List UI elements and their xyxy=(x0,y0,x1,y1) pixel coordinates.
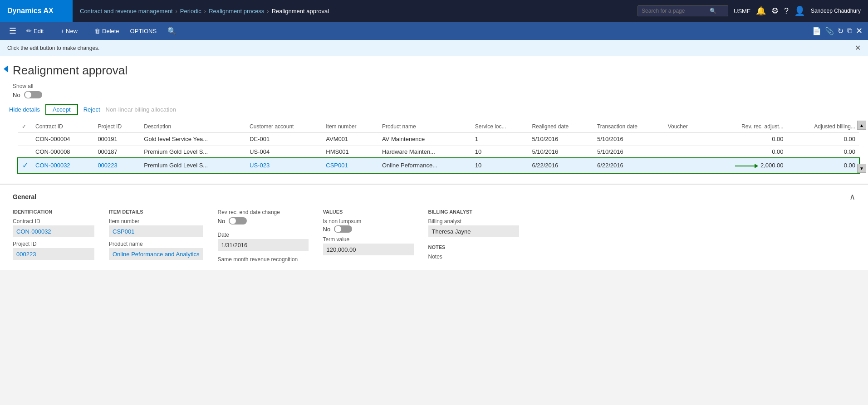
scroll-down-button[interactable]: ▼ xyxy=(857,164,866,173)
search-input[interactable] xyxy=(642,8,710,14)
show-all-value: No xyxy=(13,92,20,98)
row-project-id[interactable]: 000191 xyxy=(94,133,140,146)
row-customer-account[interactable]: DE-001 xyxy=(246,133,322,146)
notes-label: Notes xyxy=(428,254,519,260)
search-box[interactable]: 🔍 xyxy=(638,5,728,16)
col-header-rev-rec-adjust[interactable]: Rev. rec. adjust... xyxy=(705,121,787,133)
edit-button[interactable]: ✏ Edit xyxy=(22,24,48,38)
col-header-service-loc[interactable]: Service loc... xyxy=(471,121,529,133)
row-customer-account[interactable]: US-004 xyxy=(246,146,322,158)
hamburger-button[interactable]: ☰ xyxy=(5,24,20,38)
table-row[interactable]: ✓CON-000032000223Premium Gold Level S...… xyxy=(18,158,859,173)
product-name-field: Product name Online Peformance and Analy… xyxy=(109,241,203,260)
row-checkbox[interactable] xyxy=(18,146,32,158)
rev-rec-group: Rev rec. end date change No Date 1/31/20… xyxy=(218,209,309,263)
col-header-adjusted-billing[interactable]: Adjusted billing... xyxy=(787,121,859,133)
col-header-realigned-date[interactable]: Realigned date xyxy=(528,121,593,133)
row-transaction-date: 6/22/2016 xyxy=(593,158,664,173)
breadcrumb-item-1[interactable]: Contract and revenue management xyxy=(80,8,173,15)
col-header-item-number[interactable]: Item number xyxy=(322,121,378,133)
delete-icon: 🗑 xyxy=(94,28,100,34)
row-description: Premium Gold Level S... xyxy=(140,158,246,173)
col-header-description[interactable]: Description xyxy=(140,121,246,133)
rev-rec-end-date-toggle[interactable] xyxy=(229,217,247,224)
product-name-value[interactable]: Online Peformance and Analytics xyxy=(109,248,203,260)
notification-icon[interactable]: 🔔 xyxy=(756,6,766,16)
values-section-label: VALUES xyxy=(323,209,414,215)
row-item-number[interactable]: AVM001 xyxy=(322,133,378,146)
filter-panel-toggle[interactable] xyxy=(4,65,8,73)
row-item-number[interactable]: CSP001 xyxy=(322,158,378,173)
search-toolbar-button[interactable]: 🔍 xyxy=(163,24,181,38)
toolbar: ☰ ✏ Edit + New 🗑 Delete OPTIONS 🔍 📄 📎 ↻ … xyxy=(0,22,868,40)
non-linear-button[interactable]: Non-linear billing allocation xyxy=(106,106,176,113)
general-section-title: General xyxy=(13,193,36,200)
table-row[interactable]: CON-000004000191Gold level Service Yea..… xyxy=(18,133,859,146)
arrow-indicator xyxy=(735,166,758,166)
show-all-toggle[interactable] xyxy=(24,91,42,98)
item-number-value[interactable]: CSP001 xyxy=(109,225,203,237)
is-non-lumpsum-value: No xyxy=(323,226,331,233)
is-non-lumpsum-toggle[interactable] xyxy=(334,225,352,233)
row-customer-account[interactable]: US-023 xyxy=(246,158,322,173)
new-button[interactable]: + New xyxy=(56,24,82,38)
settings-icon[interactable]: ⚙ xyxy=(771,6,779,16)
reject-button[interactable]: Reject xyxy=(83,106,100,113)
col-header-customer-account[interactable]: Customer account xyxy=(246,121,322,133)
row-contract-id[interactable]: CON-000004 xyxy=(32,133,94,146)
term-value-value[interactable]: 120,000.00 xyxy=(323,244,414,255)
col-header-voucher[interactable]: Voucher xyxy=(664,121,705,133)
table-header-row: ✓ Contract ID Project ID Description Cus… xyxy=(18,121,859,133)
project-id-value[interactable]: 000223 xyxy=(13,248,94,260)
toolbar-separator-2 xyxy=(86,26,86,35)
row-adjusted-billing: 0.00 xyxy=(787,158,859,173)
same-month-label: Same month revenue recognition xyxy=(218,256,309,263)
bookmark-icon[interactable]: 📄 xyxy=(812,27,821,35)
delete-label: Delete xyxy=(102,28,119,34)
row-checkbox[interactable] xyxy=(18,133,32,146)
hide-details-button[interactable]: Hide details xyxy=(9,106,40,113)
attachment-icon[interactable]: 📎 xyxy=(825,27,834,35)
delete-button[interactable]: 🗑 Delete xyxy=(90,24,124,38)
row-contract-id[interactable]: CON-000008 xyxy=(32,146,94,158)
row-transaction-date: 5/10/2016 xyxy=(593,133,664,146)
row-contract-id[interactable]: CON-000032 xyxy=(32,158,94,173)
date-value[interactable]: 1/31/2016 xyxy=(218,239,309,251)
window-icon[interactable]: ⧉ xyxy=(847,27,852,35)
row-project-id[interactable]: 000223 xyxy=(94,158,140,173)
close-toolbar-icon[interactable]: ✕ xyxy=(856,26,863,36)
breadcrumb-item-3[interactable]: Realignment process xyxy=(209,8,264,15)
refresh-icon[interactable]: ↻ xyxy=(838,27,843,35)
row-voucher xyxy=(664,133,705,146)
row-item-number[interactable]: HMS001 xyxy=(322,146,378,158)
user-icon[interactable]: 👤 xyxy=(794,5,805,16)
row-transaction-date: 5/10/2016 xyxy=(593,146,664,158)
info-message: Click the edit button to make changes. xyxy=(7,45,99,51)
brand-logo[interactable]: Dynamics AX xyxy=(0,0,73,22)
accept-button[interactable]: Accept xyxy=(45,104,78,115)
show-all-label: Show all xyxy=(13,83,868,89)
general-section-collapse-button[interactable]: ∧ xyxy=(849,192,855,202)
toolbar-separator-1 xyxy=(52,26,52,35)
scroll-up-button[interactable]: ▲ xyxy=(857,121,866,130)
item-number-label: Item number xyxy=(109,218,203,224)
col-header-product-name[interactable]: Product name xyxy=(378,121,471,133)
row-adjusted-billing: 0.00 xyxy=(787,133,859,146)
billing-analyst-value[interactable]: Theresa Jayne xyxy=(428,225,519,237)
product-name-label: Product name xyxy=(109,241,203,247)
row-project-id[interactable]: 000187 xyxy=(94,146,140,158)
options-label: OPTIONS xyxy=(130,28,157,34)
contract-id-value[interactable]: CON-000032 xyxy=(13,225,94,237)
breadcrumb-item-2[interactable]: Periodic xyxy=(180,8,201,15)
help-icon[interactable]: ? xyxy=(784,6,789,16)
row-realigned-date: 5/10/2016 xyxy=(528,133,593,146)
options-button[interactable]: OPTIONS xyxy=(126,24,162,38)
table-row[interactable]: CON-000008000187Premium Gold Level S...U… xyxy=(18,146,859,158)
row-checkbox[interactable]: ✓ xyxy=(18,158,32,173)
col-header-contract-id[interactable]: Contract ID xyxy=(32,121,94,133)
breadcrumb-sep-3: › xyxy=(267,8,269,15)
billing-analyst-section-label: BILLING ANALYST xyxy=(428,209,519,215)
col-header-project-id[interactable]: Project ID xyxy=(94,121,140,133)
info-bar-close-button[interactable]: ✕ xyxy=(855,44,861,52)
col-header-transaction-date[interactable]: Transaction date xyxy=(593,121,664,133)
